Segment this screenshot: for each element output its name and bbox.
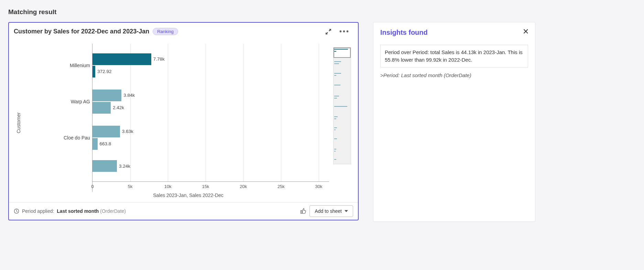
matching-result-card: Customer by Sales for 2022-Dec and 2023-… xyxy=(8,22,359,220)
more-icon[interactable]: ••• xyxy=(339,28,350,35)
y-axis-title: Customer xyxy=(14,44,23,202)
bar-value-label: 3.63k xyxy=(122,129,133,134)
bar-value-label: 663.8 xyxy=(100,141,111,146)
bar-group[interactable]: 3.24k xyxy=(92,156,353,176)
x-tick-label: 0 xyxy=(91,184,94,189)
chart-bar[interactable] xyxy=(92,160,117,172)
bar-value-label: 372.92 xyxy=(97,69,111,74)
chart-bar[interactable] xyxy=(92,138,98,150)
chevron-down-icon xyxy=(345,210,348,212)
bar-value-label: 7.78k xyxy=(153,56,165,62)
clock-icon xyxy=(14,208,19,214)
insights-title: Insights found xyxy=(380,29,528,37)
insight-period-meta: >Period: Last sorted month (OrderDate) xyxy=(380,72,528,78)
card-header: Customer by Sales for 2022-Dec and 2023-… xyxy=(9,23,358,37)
x-tick-label: 15k xyxy=(202,184,209,189)
bar-group[interactable]: 3.84k2.42k xyxy=(92,83,353,120)
insight-text: Period over Period: total Sales is 44.13… xyxy=(380,45,528,68)
x-tick-label: 20k xyxy=(240,184,247,189)
bar-value-label: 3.84k xyxy=(123,93,135,98)
expand-icon[interactable] xyxy=(325,28,332,35)
x-tick-label: 10k xyxy=(164,184,172,189)
bar-value-label: 2.42k xyxy=(113,105,124,110)
x-axis-title: Sales 2023-Jan, Sales 2022-Dec xyxy=(23,192,353,203)
bar-value-label: 3.24k xyxy=(119,164,130,169)
ranking-badge: Ranking xyxy=(153,28,178,35)
bar-group[interactable]: 3.63k663.8 xyxy=(92,120,353,156)
chart-minimap[interactable] xyxy=(333,47,351,164)
card-footer: Period applied: Last sorted month (Order… xyxy=(9,202,358,220)
insights-panel: Insights found ✕ Period over Period: tot… xyxy=(373,22,535,222)
y-tick-label: Cloe do Pau xyxy=(23,120,92,156)
y-tick-label: Millenium xyxy=(23,47,92,83)
chart-bar[interactable] xyxy=(92,66,95,77)
x-tick-label: 30k xyxy=(315,184,323,189)
add-to-sheet-label: Add to sheet xyxy=(315,208,342,214)
thumbs-icon[interactable] xyxy=(300,208,307,215)
close-icon[interactable]: ✕ xyxy=(523,27,529,36)
x-axis: 05k10k15k20k25k30k xyxy=(92,181,329,192)
chart-bar[interactable] xyxy=(92,102,111,114)
x-tick-label: 5k xyxy=(128,184,133,189)
y-tick-labels: MilleniumWarp AGCloe do Pau xyxy=(23,44,92,192)
card-title: Customer by Sales for 2022-Dec and 2023-… xyxy=(14,28,149,35)
x-tick-label: 25k xyxy=(277,184,285,189)
y-tick-label: Warp AG xyxy=(23,83,92,120)
chart-bar[interactable] xyxy=(92,126,120,137)
period-applied-label: Period applied: Last sorted month (Order… xyxy=(22,208,126,214)
bar-group[interactable]: 7.78k372.92 xyxy=(92,47,353,83)
add-to-sheet-button[interactable]: Add to sheet xyxy=(309,205,353,217)
chart-bar[interactable] xyxy=(92,53,151,65)
y-tick-label xyxy=(23,156,92,192)
chart-bar[interactable] xyxy=(92,90,121,101)
chart-plot[interactable]: 7.78k372.923.84k2.42k3.63k663.83.24k 05k… xyxy=(92,44,353,192)
chart-area[interactable]: Customer MilleniumWarp AGCloe do Pau 7.7… xyxy=(9,37,358,202)
section-title: Matching result xyxy=(8,8,636,16)
